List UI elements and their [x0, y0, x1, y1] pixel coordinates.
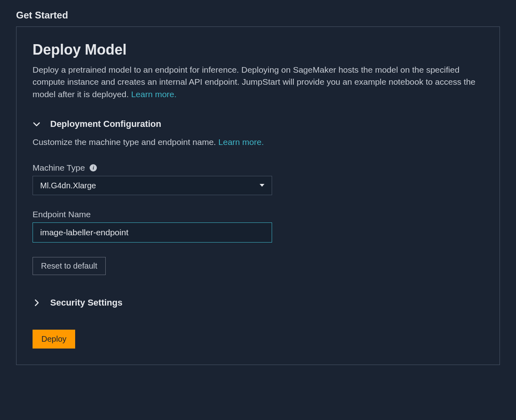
machine-type-label: Machine Type	[33, 163, 85, 173]
endpoint-name-field: Endpoint Name	[33, 210, 483, 243]
deployment-config-subtitle-text: Customize the machine type and endpoint …	[33, 137, 218, 147]
page-description-text: Deploy a pretrained model to an endpoint…	[33, 65, 475, 99]
endpoint-name-label: Endpoint Name	[33, 210, 91, 219]
deployment-config-title: Deployment Configuration	[50, 119, 161, 129]
security-settings-title: Security Settings	[50, 298, 123, 308]
deploy-panel: Deploy Model Deploy a pretrained model t…	[16, 27, 500, 365]
machine-type-select[interactable]: Ml.G4dn.Xlarge	[33, 176, 272, 195]
deploy-button[interactable]: Deploy	[33, 330, 75, 349]
page-title: Deploy Model	[33, 41, 483, 58]
info-icon[interactable]: i	[90, 164, 97, 171]
machine-type-field: Machine Type i Ml.G4dn.Xlarge	[33, 163, 483, 195]
breadcrumb: Get Started	[16, 10, 500, 21]
machine-type-value: Ml.G4dn.Xlarge	[40, 181, 96, 190]
endpoint-name-input[interactable]	[33, 222, 272, 243]
security-settings-toggle[interactable]: Security Settings	[33, 298, 483, 308]
deployment-config-toggle[interactable]: Deployment Configuration	[33, 119, 483, 129]
chevron-right-icon	[33, 299, 41, 307]
chevron-down-icon	[33, 120, 41, 128]
deployment-config-subtitle: Customize the machine type and endpoint …	[33, 137, 483, 147]
reset-button[interactable]: Reset to default	[33, 257, 106, 275]
config-learn-more-link[interactable]: Learn more.	[218, 137, 264, 147]
page-description: Deploy a pretrained model to an endpoint…	[33, 64, 483, 100]
learn-more-link[interactable]: Learn more.	[131, 90, 176, 99]
